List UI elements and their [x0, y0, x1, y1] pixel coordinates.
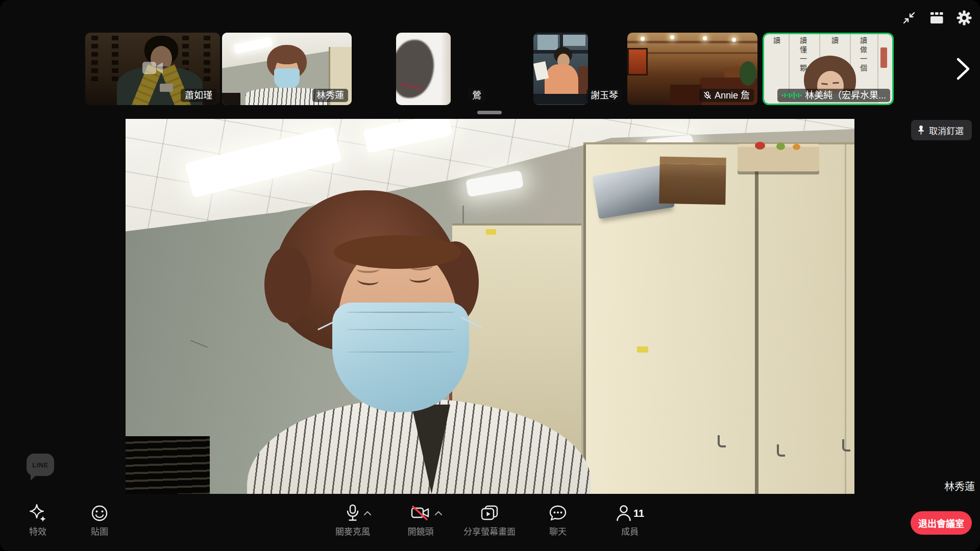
participant-name: Annie 詹	[715, 91, 750, 100]
line-logo: LINE	[27, 454, 54, 476]
next-thumbnails-chevron-icon[interactable]	[952, 56, 974, 82]
leave-meeting-label: 退出會議室	[918, 516, 964, 530]
meeting-window: 蕭如瑾 林秀蓮 鶯	[0, 0, 980, 551]
chat-label: 聊天	[549, 528, 567, 536]
smiley-icon	[91, 503, 108, 523]
art-cabinet-handle	[718, 435, 726, 447]
members-person-icon: 11	[616, 503, 644, 523]
pin-icon	[917, 125, 925, 135]
art-sticky-note	[637, 346, 648, 353]
art-hair	[264, 246, 311, 323]
art-cabinet-handle	[777, 444, 785, 457]
grid-view-icon[interactable]	[928, 9, 945, 27]
art-fruit	[793, 144, 800, 150]
art-sky	[537, 35, 558, 50]
participant-thumbnail[interactable]: 讀 讀懂一顆 讀 讀做一個	[763, 33, 894, 105]
mic-muted-icon	[703, 91, 712, 99]
art-ceiling-light	[641, 37, 645, 41]
art-hair-fringe	[273, 53, 301, 64]
art-ceiling-light	[703, 36, 707, 40]
members-button[interactable]: 11 成員	[608, 503, 652, 536]
share-screen-button[interactable]: 分享螢幕畫面	[454, 503, 525, 536]
art-cabinet-handle	[842, 439, 850, 452]
participant-name: 鶯	[472, 91, 481, 100]
art-dark-shelf	[126, 436, 210, 494]
members-count: 11	[633, 508, 644, 519]
art-fluorescent-light	[465, 170, 524, 197]
art-brown-box	[659, 157, 726, 205]
camera-off-icon	[411, 503, 430, 523]
participant-thumbnail[interactable]: 鶯	[359, 33, 488, 105]
line-logo-text: LINE	[32, 461, 48, 469]
thumbnail-video	[396, 33, 451, 105]
participant-thumbnail[interactable]: 林秀蓮	[222, 33, 352, 105]
share-screen-icon	[481, 503, 498, 523]
leave-meeting-button[interactable]: 退出會議室	[911, 511, 972, 535]
members-label: 成員	[621, 528, 639, 536]
strip-drag-handle[interactable]	[477, 111, 502, 114]
art-mask-pleat	[346, 329, 455, 330]
collapse-window-icon[interactable]	[900, 9, 918, 27]
effects-label: 特效	[29, 528, 46, 536]
mic-button[interactable]: 關麥克風	[331, 503, 375, 536]
settings-gear-icon[interactable]	[955, 9, 973, 27]
participant-name-label: 謝玉琴	[586, 89, 622, 102]
window-controls	[900, 9, 973, 27]
art-sky	[563, 34, 585, 46]
art-hair-fringe	[334, 235, 461, 269]
art-seal	[880, 47, 887, 68]
camera-label: 開鏡頭	[408, 528, 434, 536]
art-sofa	[670, 85, 702, 105]
participant-thumbnail[interactable]: 謝玉琴	[496, 33, 626, 105]
sticker-label: 貼圖	[91, 528, 108, 536]
camera-options-chevron-icon[interactable]	[435, 511, 442, 515]
art-ceiling-light	[732, 38, 736, 42]
art-floor	[533, 94, 588, 104]
effects-button[interactable]: 特效	[17, 503, 58, 536]
participant-name: 林秀蓮	[316, 91, 344, 100]
art-sticky-note	[486, 229, 496, 235]
art-beam	[627, 41, 757, 43]
art-face-mask	[274, 68, 300, 90]
participant-name-label: 林美純（宏昇水果...	[777, 89, 890, 102]
thumbnail-video	[533, 33, 588, 105]
participant-thumbnail[interactable]: 蕭如瑾	[85, 33, 220, 105]
art-fruit-box	[738, 144, 819, 171]
mic-label: 關麥克風	[335, 528, 370, 536]
art-face-mask	[332, 303, 469, 412]
speaking-indicator-icon	[781, 91, 802, 99]
art-plant	[740, 61, 756, 86]
art-shelf	[222, 93, 240, 105]
participant-name-label: 蕭如瑾	[181, 89, 216, 102]
art-fruit	[755, 142, 765, 149]
art-wall-mark	[190, 340, 208, 347]
mic-options-chevron-icon[interactable]	[364, 511, 371, 515]
camera-icon	[142, 60, 163, 76]
participant-name-label: 鶯	[468, 89, 485, 102]
art-fruit	[776, 143, 785, 150]
art-painting	[627, 48, 648, 76]
participant-name-label: Annie 詹	[699, 89, 754, 102]
unpin-button[interactable]: 取消釘選	[911, 120, 972, 140]
participant-name: 林美純（宏昇水果...	[805, 91, 886, 100]
participant-name: 蕭如瑾	[185, 91, 212, 100]
chat-bubble-icon	[549, 503, 567, 523]
unpin-label: 取消釘選	[929, 124, 964, 137]
sparkle-icon	[29, 503, 47, 523]
share-screen-label: 分享螢幕畫面	[463, 528, 516, 536]
art-mask-pleat	[346, 352, 455, 353]
main-participant-name: 林秀蓮	[944, 479, 975, 493]
art-ceiling-light	[670, 35, 674, 39]
participant-name-label: 林秀蓮	[312, 89, 348, 102]
participant-thumbnail[interactable]: Annie 詹	[627, 33, 757, 105]
main-pinned-video	[126, 119, 854, 494]
participant-name: 謝玉琴	[591, 91, 618, 100]
microphone-icon	[346, 503, 359, 523]
art-shade	[440, 33, 451, 105]
chat-button[interactable]: 聊天	[537, 503, 578, 536]
camera-button[interactable]: 開鏡頭	[399, 503, 442, 536]
sticker-button[interactable]: 貼圖	[79, 503, 120, 536]
art-eyebrow	[356, 265, 380, 273]
art-mask-pleat	[346, 312, 455, 313]
